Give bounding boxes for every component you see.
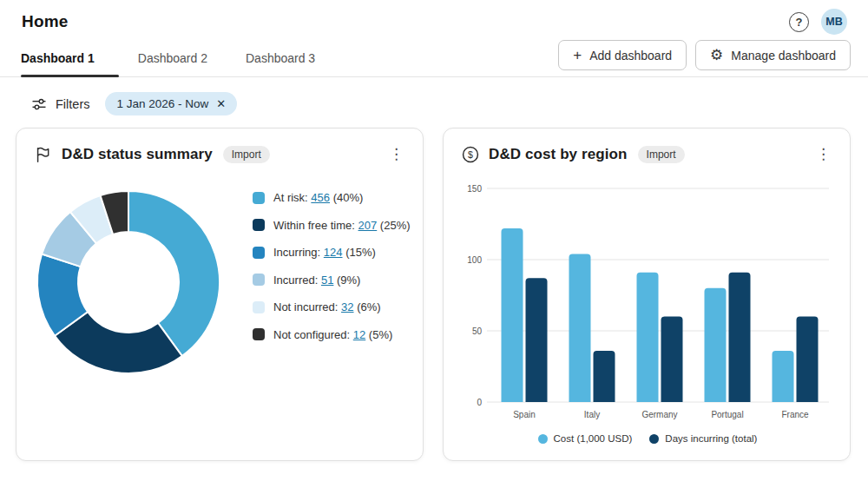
bar-legend: Cost (1,000 USD)Days incurring (total) — [457, 433, 838, 444]
legend-label: Not configured: 12 (5%) — [273, 328, 392, 341]
bar-legend-item: Days incurring (total) — [649, 433, 757, 444]
x-tick-label-portugal: Portugal — [711, 410, 743, 419]
filter-bar: Filters 1 Jan 2026 - Now ✕ — [30, 92, 868, 115]
date-filter-label: 1 Jan 2026 - Now — [116, 97, 208, 110]
import-badge: Import — [223, 146, 270, 163]
x-tick-label-france: France — [781, 410, 809, 419]
legend-swatch — [649, 434, 659, 444]
x-tick-label-germany: Germany — [641, 410, 677, 419]
legend-label: Cost (1,000 USD) — [554, 433, 633, 444]
tab-dashboard-2[interactable]: Dashboard 2 — [119, 43, 227, 76]
donut-legend: At risk: 456 (40%)Within free time: 207 … — [253, 191, 411, 377]
legend-swatch — [253, 219, 265, 231]
legend-item-incurring: Incurring: 124 (15%) — [253, 246, 411, 259]
manage-dashboard-label: Manage dashboard — [731, 49, 836, 63]
avatar[interactable]: MB — [821, 9, 847, 35]
legend-count-link[interactable]: 207 — [358, 219, 378, 232]
dollar-circle-icon: $ — [461, 145, 480, 164]
flag-icon — [34, 145, 53, 164]
manage-dashboard-button[interactable]: ⚙ Manage dashboard — [695, 40, 851, 70]
legend-item-within-free-time: Within free time: 207 (25%) — [253, 219, 411, 232]
legend-label: Within free time: 207 (25%) — [273, 219, 411, 232]
bar-portugal-cost[interactable] — [705, 288, 727, 402]
legend-swatch — [253, 328, 265, 340]
cost-by-region-title: D&D cost by region — [489, 146, 628, 163]
legend-label: Not incurred: 32 (6%) — [273, 300, 381, 313]
bar-spain-cost[interactable] — [502, 228, 523, 402]
help-icon[interactable]: ? — [789, 12, 809, 32]
x-tick-label-italy: Italy — [584, 410, 600, 419]
sliders-icon — [30, 96, 48, 113]
help-glyph: ? — [796, 16, 803, 29]
top-bar: Home ? MB — [0, 0, 868, 40]
cost-by-region-card: $ D&D cost by region Import ⋮ 050100150S… — [443, 128, 851, 461]
legend-count-link[interactable]: 51 — [321, 274, 333, 287]
filters-button[interactable]: Filters — [30, 96, 89, 113]
bar-france-days[interactable] — [797, 317, 819, 402]
bar-legend-item: Cost (1,000 USD) — [538, 433, 633, 444]
avatar-initials: MB — [825, 16, 842, 28]
legend-swatch — [538, 434, 548, 444]
bar-chart: 050100150SpainItalyGermanyPortugalFrance… — [444, 172, 850, 444]
legend-item-not-incurred: Not incurred: 32 (6%) — [253, 300, 411, 313]
legend-item-at-risk: At risk: 456 (40%) — [253, 191, 411, 204]
tabs: Dashboard 1Dashboard 2Dashboard 3 — [0, 43, 334, 76]
legend-swatch — [253, 301, 265, 313]
bar-italy-cost[interactable] — [569, 254, 591, 402]
legend-item-incurred: Incurred: 51 (9%) — [253, 274, 411, 287]
bar-italy-days[interactable] — [594, 351, 615, 402]
legend-count-link[interactable]: 12 — [353, 328, 365, 341]
legend-count-link[interactable]: 32 — [341, 300, 353, 313]
gear-icon: ⚙ — [710, 48, 723, 63]
y-tick-label: 100 — [467, 255, 482, 265]
bar-germany-days[interactable] — [661, 317, 683, 402]
chip-close-icon[interactable]: ✕ — [216, 97, 226, 110]
page-title: Home — [22, 12, 69, 31]
dollar-glyph: $ — [468, 148, 473, 159]
bar-germany-cost[interactable] — [637, 273, 659, 402]
tab-bar: Dashboard 1Dashboard 2Dashboard 3 + Add … — [0, 40, 868, 77]
legend-label: Incurring: 124 (15%) — [273, 246, 376, 259]
plus-icon: + — [573, 48, 582, 63]
donut-chart — [34, 188, 223, 377]
bar-spain-days[interactable] — [526, 278, 548, 402]
legend-swatch — [253, 274, 265, 286]
add-dashboard-label: Add dashboard — [589, 49, 672, 63]
y-tick-label: 0 — [477, 398, 482, 407]
legend-label: Days incurring (total) — [665, 433, 757, 444]
card-menu-icon[interactable]: ⋮ — [809, 143, 838, 165]
status-summary-card: D&D status summary Import ⋮ At risk: 456… — [16, 128, 424, 461]
legend-count-link[interactable]: 124 — [324, 246, 343, 259]
x-tick-label-spain: Spain — [513, 410, 536, 419]
legend-item-not-configured: Not configured: 12 (5%) — [253, 328, 411, 341]
legend-label: Incurred: 51 (9%) — [273, 274, 360, 287]
filters-label: Filters — [56, 97, 89, 111]
legend-count-link[interactable]: 456 — [311, 191, 330, 204]
y-tick-label: 150 — [467, 184, 482, 194]
legend-swatch — [253, 192, 265, 204]
y-tick-label: 50 — [472, 326, 483, 336]
bar-portugal-days[interactable] — [729, 273, 751, 402]
tab-dashboard-1[interactable]: Dashboard 1 — [21, 43, 119, 76]
date-filter-chip[interactable]: 1 Jan 2026 - Now ✕ — [105, 92, 237, 115]
legend-swatch — [253, 247, 265, 259]
legend-label: At risk: 456 (40%) — [273, 191, 363, 204]
tab-dashboard-3[interactable]: Dashboard 3 — [227, 43, 334, 76]
bar-france-cost[interactable] — [773, 351, 794, 402]
add-dashboard-button[interactable]: + Add dashboard — [558, 40, 687, 70]
card-menu-icon[interactable]: ⋮ — [382, 143, 411, 165]
status-summary-title: D&D status summary — [62, 146, 213, 163]
import-badge: Import — [638, 146, 685, 163]
